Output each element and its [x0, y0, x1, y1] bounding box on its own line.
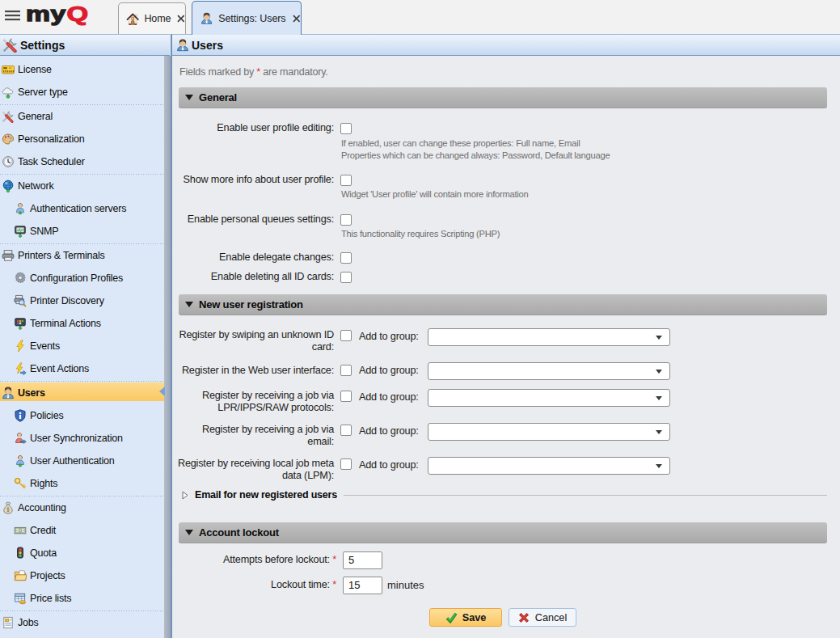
svg-text:Q: Q — [66, 3, 88, 26]
svg-text:my: my — [26, 3, 66, 25]
